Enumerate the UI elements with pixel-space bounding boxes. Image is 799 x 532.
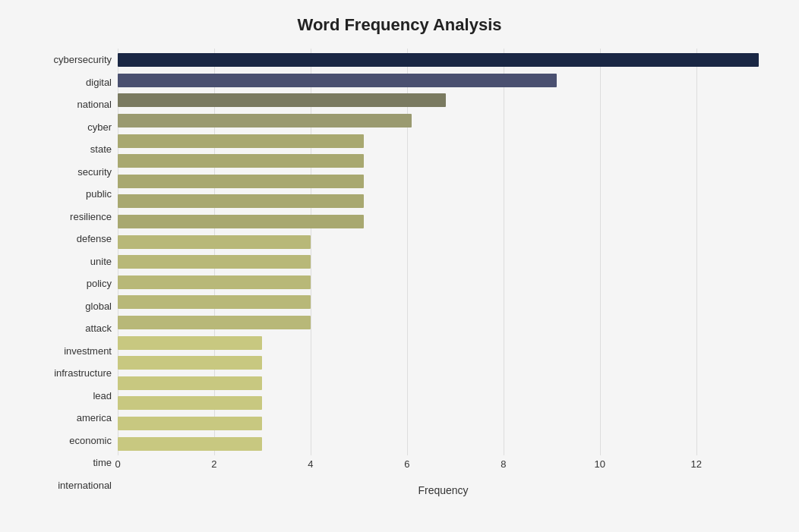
bar [118, 336, 262, 350]
x-tick-label: 6 [404, 458, 409, 470]
bar [118, 356, 262, 370]
bar-row [118, 112, 769, 129]
bar [118, 255, 311, 269]
y-label: infrastructure [30, 364, 112, 383]
bar-row [118, 213, 769, 230]
bar-row [118, 193, 769, 209]
x-tick-label: 4 [308, 458, 313, 470]
bar [118, 437, 262, 451]
y-label: national [30, 95, 112, 115]
y-label: economic [30, 430, 112, 450]
bar [118, 235, 311, 249]
x-tick-label: 0 [115, 458, 120, 470]
bar-row [118, 436, 769, 452]
y-label: america [30, 408, 112, 428]
bar-row [118, 72, 769, 89]
y-label: cybersecurity [30, 50, 112, 70]
chart-area: cybersecuritydigitalnationalcyberstatese… [30, 49, 769, 496]
bar-row [118, 294, 769, 310]
y-label: state [30, 140, 112, 159]
bar-row [118, 234, 769, 250]
bar [118, 396, 262, 410]
bar-row [118, 354, 769, 371]
x-tick-label: 8 [501, 458, 506, 470]
bar-row [118, 253, 769, 270]
y-label: security [30, 162, 112, 181]
bars-rows [118, 49, 769, 455]
x-tick-label: 2 [211, 458, 216, 470]
y-label: public [30, 184, 112, 204]
bar [118, 275, 311, 289]
x-axis-label: Frequency [118, 484, 769, 496]
chart-title: Word Frequency Analysis [30, 15, 769, 35]
bar-row [118, 375, 769, 392]
bar-row [118, 153, 769, 169]
x-tick-label: 12 [691, 458, 702, 470]
x-axis: 024681012 [118, 455, 769, 478]
bar-row [118, 314, 769, 331]
y-label: time [30, 453, 112, 473]
bar [118, 114, 412, 127]
bar [118, 93, 446, 107]
bar-row [118, 52, 769, 68]
y-label: cyber [30, 117, 112, 137]
bar [118, 175, 364, 188]
bar [118, 316, 311, 329]
bar [118, 134, 364, 148]
y-labels: cybersecuritydigitalnationalcyberstatese… [30, 49, 118, 496]
y-label: defense [30, 229, 112, 249]
bar [118, 154, 364, 168]
bar [118, 417, 262, 430]
bar [118, 53, 759, 67]
bar [118, 74, 557, 87]
bar [118, 194, 364, 208]
grid-and-bars [118, 49, 769, 455]
y-label: global [30, 296, 112, 316]
bars-and-grid: 024681012 Frequency [118, 49, 769, 496]
bar [118, 376, 262, 390]
bar-row [118, 133, 769, 150]
y-label: unite [30, 251, 112, 271]
bar-row [118, 92, 769, 109]
bar-row [118, 274, 769, 291]
y-label: international [30, 475, 112, 495]
bar-row [118, 395, 769, 411]
x-tick-label: 10 [595, 458, 605, 470]
bar [118, 215, 364, 228]
y-label: lead [30, 386, 112, 405]
bar [118, 295, 311, 309]
bar-row [118, 173, 769, 190]
y-label: attack [30, 319, 112, 338]
y-label: policy [30, 274, 112, 294]
y-label: investment [30, 341, 112, 360]
bar-row [118, 335, 769, 351]
y-label: resilience [30, 206, 112, 226]
y-label: digital [30, 72, 112, 92]
bar-row [118, 415, 769, 432]
chart-container: Word Frequency Analysis cybersecuritydig… [0, 0, 799, 532]
